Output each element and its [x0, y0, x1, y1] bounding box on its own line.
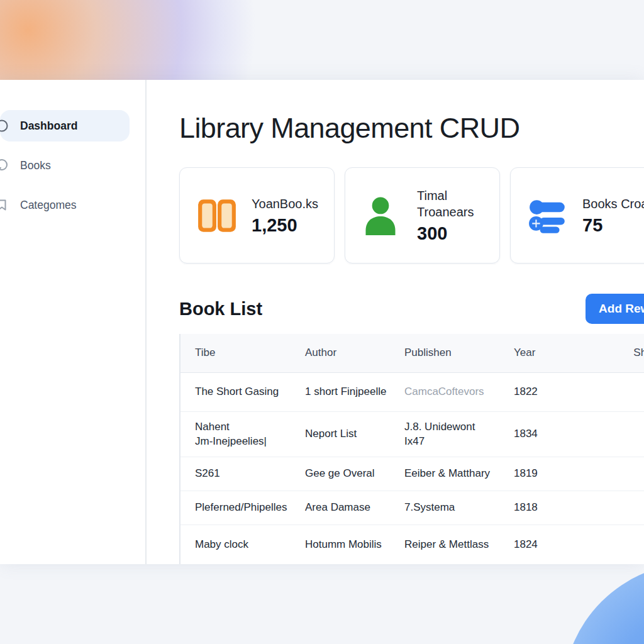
cell-publisher: 7.Systema [404, 501, 514, 515]
cell-title-line1: Nahent [195, 421, 230, 433]
sidebar-item-dashboard[interactable]: Dashboard [0, 110, 130, 142]
stat-card-text: Books Croard 75 [582, 196, 644, 236]
cell-short: 4 [570, 538, 644, 552]
sidebar-item-categomes[interactable]: Categomes [0, 189, 130, 221]
main-content: Library Management CRUD YoanBoo.ks 1,250 [147, 80, 644, 564]
table-row: Nahent Jm-Inejpeelies| Neport List J.8. … [180, 412, 644, 457]
add-book-button[interactable]: Add Rews [586, 294, 644, 324]
table-header-row: Tibe Author Publishen Year Short [180, 334, 644, 373]
dashboard-circle-icon [0, 119, 9, 133]
stat-card-value: 75 [582, 215, 644, 236]
cell-title-line2: Jm-Inejpeelies| [195, 435, 297, 449]
cell-short: 8 [570, 427, 644, 441]
stat-cards-row: YoanBoo.ks 1,250 Timal Troanears 300 [179, 167, 644, 264]
cell-author: Gee ge Overal [305, 467, 404, 481]
cell-publisher: Reiper & Mettlass [404, 538, 514, 552]
cell-publisher-line1: J.8. Unidewont [404, 421, 475, 433]
cell-title: Nahent Jm-Inejpeelies| [195, 420, 305, 449]
cell-title: Maby clock [195, 538, 305, 552]
sidebar-item-label: Dashboard [20, 119, 77, 133]
stat-card-text: YoanBoo.ks 1,250 [252, 196, 318, 236]
column-header-short: Short [570, 346, 644, 360]
open-book-icon [196, 196, 238, 235]
books-table: Tibe Author Publishen Year Short The Sho… [179, 334, 644, 564]
cell-year: 1819 [514, 467, 570, 481]
cell-publisher: J.8. Unidewont Ix47 [404, 420, 514, 449]
cell-title: Pleferned/Phipelles [195, 501, 305, 515]
cell-year: 1818 [514, 501, 570, 515]
stat-card-label: Books Croard [582, 196, 644, 212]
cell-short: 5 [570, 467, 644, 481]
stat-card-members: Timal Troanears 300 [345, 167, 500, 264]
stat-card-label: YoanBoo.ks [252, 196, 318, 212]
cell-author: Area Damase [305, 501, 404, 515]
sidebar-item-label: Books [20, 159, 51, 172]
cell-year: 1834 [514, 427, 570, 441]
decor-gradient-blob-bottom-right [563, 563, 644, 644]
cell-author: Neport List [305, 427, 404, 441]
cell-author: 1 short Finjpeelle [305, 385, 404, 399]
book-list-title: Book List [179, 299, 262, 319]
column-header-title: Tibe [195, 346, 305, 360]
stat-card-text: Timal Troanears 300 [417, 187, 496, 244]
column-header-author: Author [305, 346, 404, 360]
cell-publisher: CamcaCoftevors [404, 385, 514, 399]
cell-year: 1824 [514, 538, 570, 552]
column-header-year: Year [514, 346, 570, 360]
stat-card-categories: Books Croard 75 [510, 167, 644, 264]
tags-branch-icon [527, 196, 569, 235]
table-row: Maby clock Hotumm Mobilis Reiper & Mettl… [180, 525, 644, 564]
stat-card-books: YoanBoo.ks 1,250 [179, 167, 335, 264]
table-row: S261 Gee ge Overal Eeiber & Matthary 181… [180, 457, 644, 491]
sidebar-item-label: Categomes [20, 199, 77, 212]
sidebar: Dashboard Books Categomes [0, 80, 147, 564]
cell-publisher: Eeiber & Matthary [404, 467, 514, 481]
table-row: The Short Gasing 1 short Finjpeelle Camc… [180, 373, 644, 412]
column-header-publisher: Publishen [404, 346, 514, 360]
stat-card-value: 1,250 [252, 215, 318, 236]
sidebar-item-books[interactable]: Books [0, 150, 130, 181]
cell-short: 15 [570, 385, 644, 399]
cell-title: S261 [195, 467, 305, 481]
stat-card-value: 300 [417, 223, 496, 244]
cell-short: 7 [570, 501, 644, 515]
cell-author: Hotumm Mobilis [305, 538, 404, 552]
person-icon [362, 196, 403, 235]
cell-year: 1822 [514, 385, 570, 399]
books-icon [0, 158, 9, 172]
app-panel: Dashboard Books Categomes Library Manage… [0, 80, 644, 564]
categories-bookmark-icon [0, 198, 9, 212]
stat-card-label: Timal Troanears [417, 187, 496, 220]
page-title: Library Management CRUD [179, 112, 644, 145]
cell-title: The Short Gasing [195, 385, 305, 399]
cell-publisher-line2: Ix47 [404, 435, 506, 449]
book-list-header: Book List Add Rews [179, 294, 644, 324]
table-row: Pleferned/Phipelles Area Damase 7.System… [180, 491, 644, 525]
